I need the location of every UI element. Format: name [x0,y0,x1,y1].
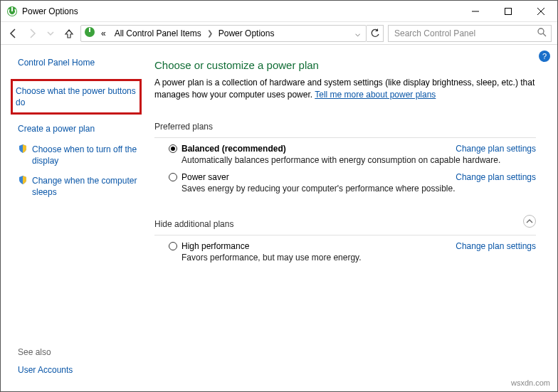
plan-name[interactable]: Power saver [181,172,456,182]
plan-name[interactable]: Balanced (recommended) [181,144,456,154]
breadcrumb-ellipsis[interactable]: « [98,28,109,38]
chevron-down-icon[interactable]: ⌵ [352,28,363,38]
sidebar-item-sleep[interactable]: Change when the computer sleeps [18,175,142,198]
shield-icon [18,175,28,185]
sidebar: Control Panel Home Choose what the power… [1,45,150,391]
forward-button[interactable] [25,26,39,41]
recent-dropdown[interactable] [43,26,58,41]
change-plan-link[interactable]: Change plan settings [456,241,536,251]
power-options-icon [84,26,95,40]
plan-balanced: Balanced (recommended) Change plan setti… [169,144,536,165]
change-plan-link[interactable]: Change plan settings [456,172,536,182]
search-input[interactable] [393,28,537,39]
chevron-right-icon: ❯ [207,29,213,37]
watermark: wsxdn.com [511,378,550,387]
plan-description: Saves energy by reducing your computer's… [181,184,536,194]
hide-additional-label[interactable]: Hide additional plans [154,219,523,229]
sidebar-item-label: Choose what the power buttons do [16,85,137,108]
window-title: Power Options [22,6,78,16]
plan-name[interactable]: High performance [181,241,456,251]
shield-icon [18,144,28,154]
sidebar-item-create-plan[interactable]: Create a power plan [18,123,142,134]
sidebar-item-label: Choose when to turn off the display [32,144,142,166]
minimize-button[interactable] [459,1,492,22]
search-icon[interactable] [537,27,547,39]
svg-point-8 [538,28,544,34]
power-options-icon [6,6,18,17]
main-content: Choose or customize a power plan A power… [150,45,557,391]
plan-power-saver: Power saver Change plan settings Saves e… [169,172,536,194]
preferred-plans-label: Preferred plans [154,122,536,132]
breadcrumb-item[interactable]: All Control Panel Items [112,28,204,38]
up-button[interactable] [62,26,76,41]
plan-description: Automatically balances performance with … [181,155,536,165]
plan-high-performance: High performance Change plan settings Fa… [169,241,536,263]
radio-power-saver[interactable] [169,173,177,181]
maximize-button[interactable] [492,1,525,22]
breadcrumb[interactable]: « All Control Panel Items ❯ Power Option… [80,25,367,42]
refresh-button[interactable] [367,25,384,42]
plan-description: Favors performance, but may use more ene… [181,253,536,263]
radio-balanced[interactable] [169,144,177,153]
help-icon[interactable]: ? [539,51,550,62]
svg-rect-7 [89,28,90,32]
svg-line-9 [543,33,546,36]
sidebar-item-power-buttons[interactable]: Choose what the power buttons do [11,79,142,115]
see-also-heading: See also [18,347,142,357]
page-description: A power plan is a collection of hardware… [154,77,536,102]
back-button[interactable] [6,26,21,41]
control-panel-home-link[interactable]: Control Panel Home [18,58,142,68]
sidebar-item-display-off[interactable]: Choose when to turn off the display [18,144,142,166]
more-info-link[interactable]: Tell me more about power plans [315,90,436,100]
sidebar-item-label: Change when the computer sleeps [32,175,142,198]
search-box[interactable] [388,25,552,42]
change-plan-link[interactable]: Change plan settings [456,144,536,154]
collapse-button[interactable] [523,215,536,228]
close-button[interactable] [525,1,557,22]
svg-rect-3 [505,8,512,14]
address-bar: « All Control Panel Items ❯ Power Option… [1,22,557,45]
sidebar-link-user-accounts[interactable]: User Accounts [18,364,142,376]
title-bar: Power Options [1,1,557,22]
sidebar-item-label: Create a power plan [18,123,95,134]
page-heading: Choose or customize a power plan [154,59,536,71]
radio-high-performance[interactable] [169,242,177,250]
svg-rect-1 [11,7,13,11]
breadcrumb-item[interactable]: Power Options [216,28,278,38]
